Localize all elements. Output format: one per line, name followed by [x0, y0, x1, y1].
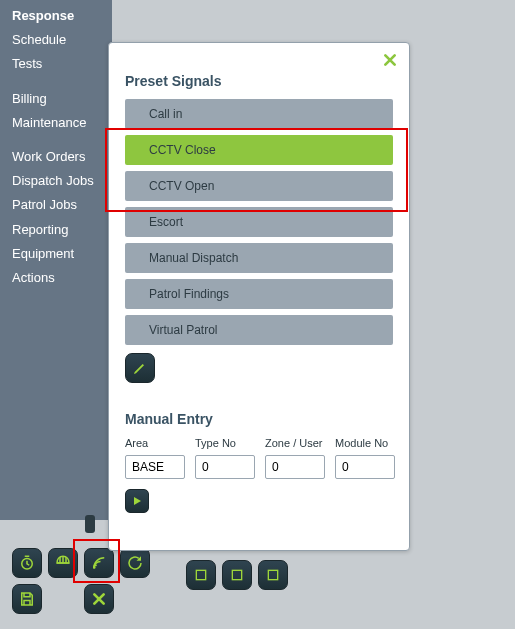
signal-call-in[interactable]: Call in	[125, 99, 393, 129]
preset-signals-modal: Preset Signals Call in CCTV Close CCTV O…	[108, 42, 410, 551]
lock-icon	[85, 515, 95, 533]
sidebar-item-patrol-jobs[interactable]: Patrol Jobs	[12, 193, 112, 217]
sidebar-item-maintenance[interactable]: Maintenance	[12, 111, 112, 135]
sidebar-item-billing[interactable]: Billing	[12, 87, 112, 111]
signal-cctv-close[interactable]: CCTV Close	[125, 135, 393, 165]
clock-icon-button[interactable]	[12, 548, 42, 578]
svg-rect-4	[268, 570, 277, 579]
signal-virtual-patrol[interactable]: Virtual Patrol	[125, 315, 393, 345]
module-no-input[interactable]	[335, 455, 395, 479]
toolbar-row-1	[12, 548, 150, 578]
ghost-button-2[interactable]	[222, 560, 252, 590]
sidebar-item-work-orders[interactable]: Work Orders	[12, 145, 112, 169]
sidebar-item-dispatch-jobs[interactable]: Dispatch Jobs	[12, 169, 112, 193]
sidebar-item-schedule[interactable]: Schedule	[12, 28, 112, 52]
refresh-icon-button[interactable]	[120, 548, 150, 578]
type-no-input[interactable]	[195, 455, 255, 479]
type-no-label: Type No	[195, 437, 255, 449]
signal-manual-dispatch[interactable]: Manual Dispatch	[125, 243, 393, 273]
zone-user-input[interactable]	[265, 455, 325, 479]
sidebar-item-equipment[interactable]: Equipment	[12, 242, 112, 266]
preset-signals-list: Call in CCTV Close CCTV Open Escort Manu…	[125, 99, 393, 345]
signal-cctv-open[interactable]: CCTV Open	[125, 171, 393, 201]
svg-rect-3	[232, 570, 241, 579]
close-icon-button[interactable]	[84, 584, 114, 614]
manual-entry-row: Area Type No Zone / User Module No	[125, 437, 393, 479]
module-no-label: Module No	[335, 437, 395, 449]
svg-rect-2	[196, 570, 205, 579]
sidebar-item-tests[interactable]: Tests	[12, 52, 112, 76]
signal-icon-button[interactable]	[84, 548, 114, 578]
content-toolbar	[186, 560, 288, 590]
ghost-button-3[interactable]	[258, 560, 288, 590]
grid-icon-button[interactable]	[48, 548, 78, 578]
signal-patrol-findings[interactable]: Patrol Findings	[125, 279, 393, 309]
area-label: Area	[125, 437, 185, 449]
sidebar-item-reporting[interactable]: Reporting	[12, 218, 112, 242]
svg-point-1	[93, 566, 95, 568]
toolbar-row-2	[12, 584, 114, 614]
modal-close-button[interactable]	[379, 49, 401, 71]
zone-user-label: Zone / User	[265, 437, 325, 449]
sidebar-item-actions[interactable]: Actions	[12, 266, 112, 290]
spacer	[48, 584, 78, 614]
area-input[interactable]	[125, 455, 185, 479]
manual-entry-title: Manual Entry	[125, 411, 393, 427]
preset-signals-title: Preset Signals	[125, 73, 393, 89]
ghost-button-1[interactable]	[186, 560, 216, 590]
edit-presets-button[interactable]	[125, 353, 155, 383]
submit-manual-entry-button[interactable]	[125, 489, 149, 513]
signal-escort[interactable]: Escort	[125, 207, 393, 237]
sidebar: Response Schedule Tests Billing Maintena…	[0, 0, 112, 520]
sidebar-item-response[interactable]: Response	[12, 4, 112, 28]
save-icon-button[interactable]	[12, 584, 42, 614]
